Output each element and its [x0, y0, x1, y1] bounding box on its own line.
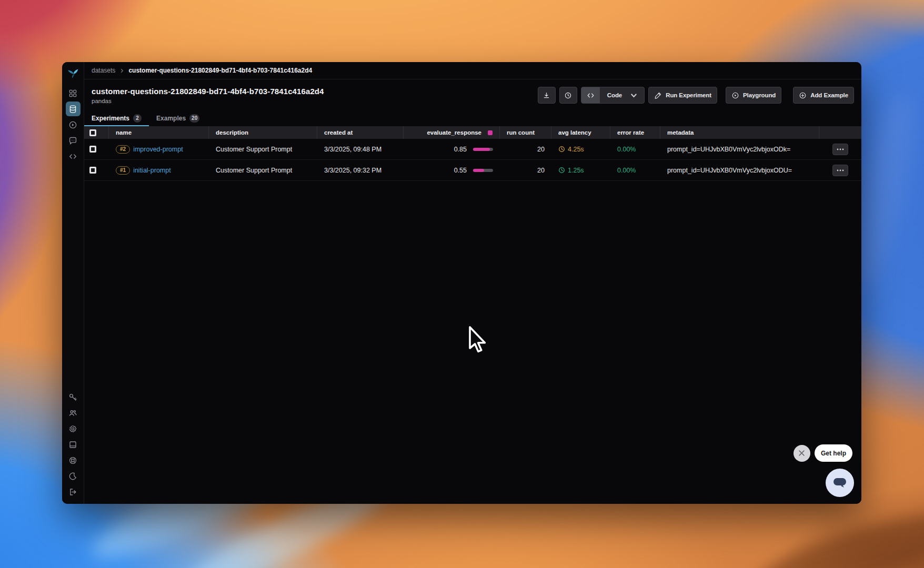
metadata-cell: prompt_id=UHJvbXB0VmVyc2lvbjoxODU= [660, 167, 819, 174]
col-metadata: metadata [660, 126, 819, 139]
experiment-link[interactable]: initial-prompt [133, 167, 171, 174]
evaluator-color-chip [488, 130, 493, 135]
experiment-row-initial-prompt[interactable]: #1initial-prompt Customer Support Prompt… [84, 160, 861, 181]
col-created-at: created at [317, 126, 404, 139]
table-header-row: name description created at evaluate_res… [84, 126, 861, 139]
examples-count-badge: 20 [189, 114, 199, 123]
breadcrumb: datasets customer-questions-21802849-bd7… [84, 62, 861, 79]
breadcrumb-datasets[interactable]: datasets [92, 67, 115, 74]
chat-widget-button[interactable] [826, 469, 854, 497]
app-window: datasets customer-questions-21802849-bd7… [62, 62, 861, 504]
experiment-number-badge: #2 [116, 145, 130, 154]
experiment-icon [654, 92, 662, 99]
chat-nav-icon[interactable] [66, 133, 81, 148]
flower-settings-icon[interactable] [66, 421, 81, 436]
row-actions-button[interactable] [832, 165, 848, 176]
col-run-count: run count [500, 126, 551, 139]
error-rate-cell: 0.00% [610, 146, 660, 153]
history-clock-button[interactable] [559, 87, 577, 104]
datasets-nav-icon[interactable] [66, 102, 81, 116]
chevron-right-icon [119, 68, 124, 73]
traces-nav-icon[interactable] [66, 117, 81, 132]
chat-bubble-icon [832, 476, 848, 490]
experiment-row-improved-prompt[interactable]: #2improved-prompt Customer Support Promp… [84, 139, 861, 160]
desktop-wallpaper: datasets customer-questions-21802849-bd7… [0, 0, 924, 568]
header-actions: Code Run Experiment Playground [538, 87, 854, 104]
latency-clock-icon [558, 167, 565, 174]
avg-latency-cell: 1.25s [551, 167, 610, 174]
error-rate-cell: 0.00% [610, 167, 660, 174]
help-cluster: Get help [794, 444, 852, 462]
row-checkbox[interactable] [89, 167, 96, 174]
code-button[interactable]: Code [581, 87, 645, 104]
description-cell: Customer Support Prompt [209, 167, 317, 174]
row-checkbox[interactable] [89, 146, 96, 153]
col-name: name [109, 126, 209, 139]
plus-circle-icon [799, 92, 807, 99]
row-actions-button[interactable] [832, 144, 848, 155]
description-cell: Customer Support Prompt [209, 146, 317, 153]
col-description: description [209, 126, 317, 139]
moon-icon[interactable] [66, 469, 81, 483]
col-evaluate-response: evaluate_response [404, 126, 500, 139]
run-experiment-button[interactable]: Run Experiment [648, 87, 717, 104]
code-button-label[interactable]: Code [607, 92, 622, 98]
tabs: Experiments2 Examples20 [84, 111, 861, 126]
sidebar-bottom [66, 389, 81, 504]
latency-clock-icon [558, 146, 565, 153]
run-count-cell: 20 [500, 146, 551, 153]
help-lifebuoy-icon[interactable] [66, 453, 81, 468]
experiments-table: name description created at evaluate_res… [84, 126, 861, 181]
created-at-cell: 3/3/2025, 09:32 PM [317, 167, 404, 174]
book-icon[interactable] [66, 437, 81, 452]
code-brackets-icon[interactable] [581, 87, 600, 103]
playground-button[interactable]: Playground [726, 87, 781, 104]
tab-experiments[interactable]: Experiments2 [84, 111, 149, 126]
breadcrumb-current: customer-questions-21802849-bd71-4bf4-b7… [128, 67, 312, 74]
evaluate-response-cell: 0.55 [404, 167, 500, 174]
main-panel: datasets customer-questions-21802849-bd7… [84, 62, 861, 504]
mouse-cursor [468, 326, 487, 355]
col-avg-latency: avg latency [551, 126, 610, 139]
get-help-button[interactable]: Get help [815, 444, 852, 462]
experiment-number-badge: #1 [116, 166, 130, 175]
metadata-cell: prompt_id=UHJvbXB0VmVyc2lvbjoxODk= [660, 146, 819, 153]
grid-nav-icon[interactable] [66, 86, 81, 100]
run-count-cell: 20 [500, 167, 551, 174]
page-title: customer-questions-21802849-bd71-4bf4-b7… [92, 87, 324, 96]
code-nav-icon[interactable] [66, 149, 81, 164]
select-all-checkbox[interactable] [89, 129, 96, 136]
logout-icon[interactable] [66, 484, 81, 499]
close-help-button[interactable] [794, 445, 810, 462]
col-error-rate: error rate [610, 126, 660, 139]
avg-latency-cell: 4.25s [551, 146, 610, 153]
sidebar [62, 62, 84, 504]
add-example-button[interactable]: Add Example [793, 87, 854, 104]
page-subtitle: pandas [92, 98, 324, 104]
col-actions [819, 126, 861, 139]
key-icon[interactable] [66, 390, 81, 404]
close-icon [798, 450, 805, 457]
created-at-cell: 3/3/2025, 09:48 PM [317, 146, 404, 153]
page-header: customer-questions-21802849-bd71-4bf4-b7… [84, 79, 861, 111]
chevron-down-icon[interactable] [630, 92, 638, 99]
tab-examples[interactable]: Examples20 [149, 111, 207, 126]
play-circle-icon [731, 92, 739, 99]
phoenix-logo-icon[interactable] [62, 62, 84, 85]
users-icon[interactable] [66, 405, 81, 420]
experiments-count-badge: 2 [133, 114, 142, 123]
download-button[interactable] [538, 87, 556, 104]
experiment-link[interactable]: improved-prompt [133, 146, 183, 153]
evaluate-response-cell: 0.85 [404, 146, 500, 153]
wallpaper-streak [750, 499, 924, 568]
